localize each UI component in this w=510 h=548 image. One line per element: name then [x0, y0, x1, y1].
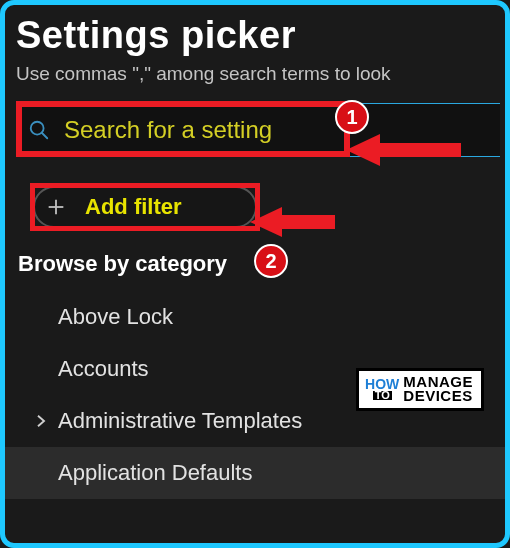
chevron-right-icon [32, 412, 50, 430]
category-label: Administrative Templates [58, 408, 302, 434]
add-filter-label: Add filter [85, 194, 182, 220]
category-label: Above Lock [58, 304, 173, 330]
category-label: Application Defaults [58, 460, 252, 486]
page-title: Settings picker [16, 14, 510, 57]
category-label: Accounts [58, 356, 149, 382]
watermark-logo: HOW TO MANAGE DEVICES [356, 368, 484, 411]
category-item[interactable]: Above Lock [26, 291, 510, 343]
svg-line-1 [42, 133, 48, 139]
add-filter-button[interactable]: Add filter [33, 186, 257, 228]
search-box[interactable] [16, 103, 500, 157]
search-input[interactable] [64, 116, 324, 144]
page-subtitle: Use commas "," among search terms to loo… [16, 63, 510, 85]
browse-heading: Browse by category [18, 251, 510, 277]
category-item[interactable]: Application Defaults [0, 447, 510, 499]
search-icon [28, 119, 50, 141]
plus-icon [45, 196, 67, 218]
